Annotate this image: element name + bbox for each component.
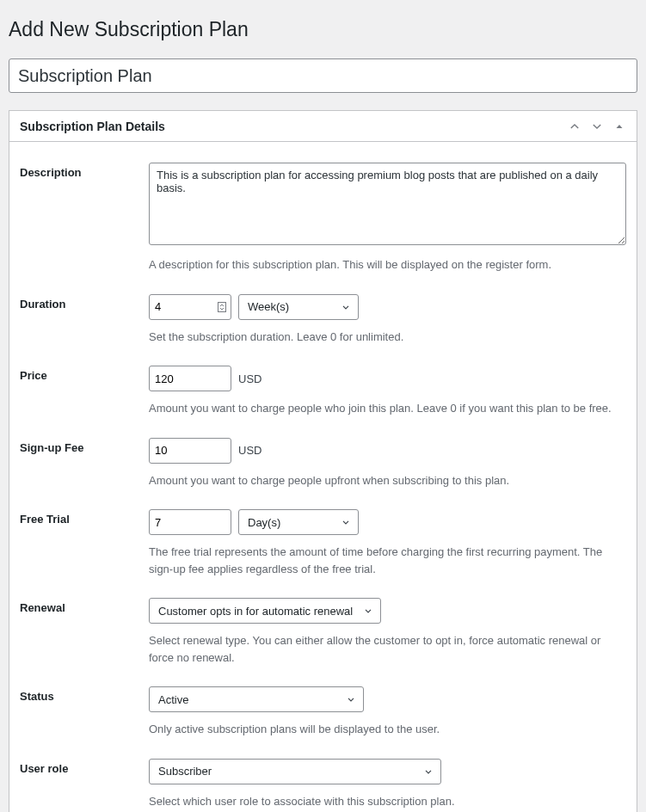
- chevron-down-icon: [341, 302, 351, 312]
- toggle-panel-icon[interactable]: [612, 120, 626, 133]
- duration-input[interactable]: [149, 294, 231, 320]
- free-trial-help: The free trial represents the amount of …: [149, 544, 626, 577]
- renewal-label: Renewal: [20, 598, 149, 614]
- description-label: Description: [20, 163, 149, 179]
- chevron-down-icon: [363, 606, 373, 616]
- user-role-label: User role: [20, 759, 149, 775]
- free-trial-input[interactable]: [149, 509, 231, 535]
- status-label: Status: [20, 686, 149, 703]
- move-down-icon[interactable]: [590, 120, 604, 133]
- renewal-help: Select renewal type. You can either allo…: [149, 632, 626, 666]
- description-textarea[interactable]: [149, 163, 626, 245]
- subscription-plan-details-panel: Subscription Plan Details Description A …: [9, 110, 637, 812]
- duration-help: Set the subscription duration. Leave 0 f…: [149, 329, 626, 346]
- free-trial-unit-selected: Day(s): [248, 516, 280, 529]
- signup-fee-input[interactable]: [149, 438, 231, 464]
- signup-fee-label: Sign-up Fee: [20, 438, 149, 454]
- price-input[interactable]: [149, 366, 231, 391]
- renewal-selected: Customer opts in for automatic renewal: [158, 605, 353, 618]
- move-up-icon[interactable]: [568, 120, 581, 133]
- price-help: Amount you want to charge people who joi…: [149, 400, 626, 417]
- price-currency: USD: [238, 372, 261, 385]
- free-trial-unit-select[interactable]: Day(s): [238, 509, 359, 535]
- signup-fee-currency: USD: [238, 444, 261, 457]
- title-input[interactable]: [9, 58, 637, 93]
- renewal-select[interactable]: Customer opts in for automatic renewal: [149, 598, 381, 624]
- chevron-down-icon: [423, 766, 434, 777]
- duration-unit-select[interactable]: Week(s): [238, 294, 359, 320]
- status-help: Only active subscription plans will be d…: [149, 721, 626, 738]
- user-role-select[interactable]: Subscriber: [149, 759, 441, 784]
- price-label: Price: [20, 366, 149, 382]
- panel-header: Subscription Plan Details: [9, 111, 637, 142]
- page-title: Add New Subscription Plan: [9, 10, 637, 45]
- chevron-down-icon: [346, 694, 356, 704]
- description-help: A description for this subscription plan…: [149, 256, 626, 274]
- chevron-down-icon: [341, 517, 351, 527]
- user-role-help: Select which user role to associate with…: [149, 793, 626, 810]
- panel-title: Subscription Plan Details: [20, 120, 165, 133]
- status-select[interactable]: Active: [149, 686, 364, 712]
- signup-fee-help: Amount you want to charge people upfront…: [149, 472, 626, 489]
- status-selected: Active: [158, 693, 188, 706]
- duration-unit-selected: Week(s): [248, 300, 289, 313]
- duration-label: Duration: [20, 294, 149, 311]
- free-trial-label: Free Trial: [20, 509, 149, 526]
- user-role-selected: Subscriber: [158, 765, 212, 778]
